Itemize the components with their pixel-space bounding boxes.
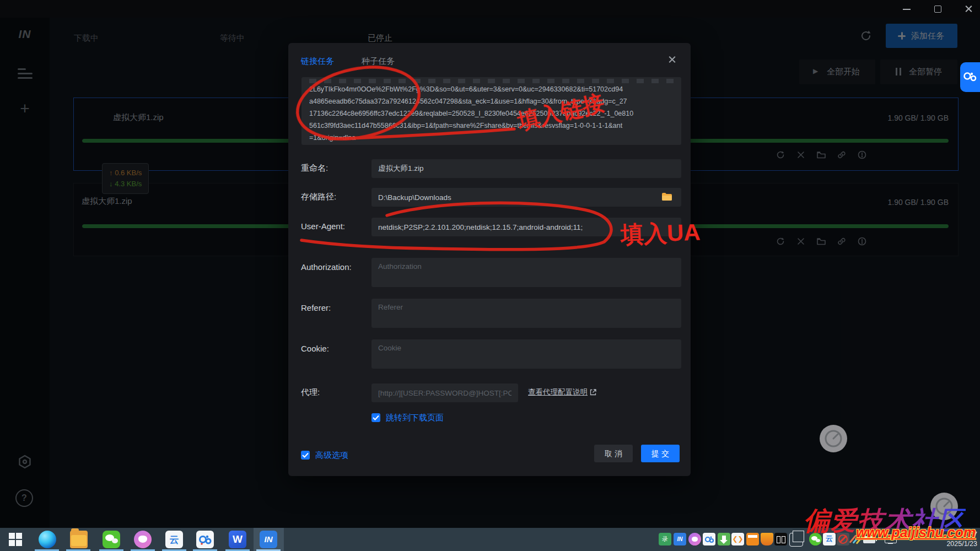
add-task-dialog: 链接任务 种子任务 2L6yTIkFko4mr0OOe%2FbWt%2Fg%3D… bbox=[288, 43, 691, 476]
proxy-input[interactable] bbox=[371, 383, 518, 402]
submit-button[interactable]: 提 交 bbox=[641, 445, 680, 462]
user-agent-input[interactable] bbox=[371, 218, 681, 236]
cat-app-icon[interactable] bbox=[134, 531, 152, 548]
external-link-icon bbox=[590, 389, 596, 397]
referer-label: Referer: bbox=[301, 303, 331, 312]
maximize-button[interactable] bbox=[928, 3, 947, 15]
tray-download-manager-icon[interactable] bbox=[718, 533, 730, 545]
taskbar: 云 W IN 录 IN ❮❯ 云 21:57 2025/1/23 bbox=[0, 528, 980, 551]
rename-input[interactable] bbox=[371, 159, 681, 178]
tray-cat-app-icon[interactable] bbox=[688, 533, 701, 545]
maximize-icon bbox=[934, 6, 941, 13]
proxy-help-link[interactable]: 查看代理配置说明 bbox=[528, 387, 596, 397]
minimize-button[interactable] bbox=[897, 3, 916, 15]
tab-link-task[interactable]: 链接任务 bbox=[301, 56, 334, 67]
proxy-label: 代理: bbox=[301, 387, 320, 398]
clipped-line bbox=[309, 79, 674, 83]
jump-to-download-checkbox[interactable] bbox=[371, 413, 380, 422]
tray-recorder-icon[interactable]: 录 bbox=[659, 533, 671, 545]
advanced-options-checkbox[interactable] bbox=[301, 451, 310, 460]
cookie-label: Cookie: bbox=[301, 344, 329, 353]
clock-time: 21:57 bbox=[946, 530, 977, 539]
cookie-input[interactable] bbox=[371, 339, 681, 369]
authorization-input[interactable] bbox=[371, 258, 681, 287]
tray-wechat-icon[interactable] bbox=[809, 533, 822, 545]
start-button[interactable] bbox=[9, 533, 22, 546]
cancel-button[interactable]: 取 消 bbox=[594, 445, 633, 462]
dialog-close-button[interactable] bbox=[666, 54, 677, 65]
baidu-netdisk-fab[interactable] bbox=[960, 62, 980, 92]
advanced-options-label[interactable]: 高级选项 bbox=[315, 450, 348, 461]
jump-to-download-label[interactable]: 跳转到下载页面 bbox=[386, 413, 444, 423]
cloud-app-icon[interactable]: 云 bbox=[165, 531, 183, 548]
tray-code-app-icon[interactable]: ❮❯ bbox=[731, 533, 744, 545]
word-icon[interactable]: W bbox=[229, 531, 246, 548]
floating-gauge-button-2[interactable] bbox=[930, 493, 958, 520]
tray-in-downloader-icon[interactable]: IN bbox=[674, 533, 686, 545]
tray-network-display-icon[interactable] bbox=[885, 534, 897, 543]
floating-gauge-button[interactable] bbox=[820, 425, 847, 452]
in-downloader-icon[interactable]: IN bbox=[260, 531, 277, 548]
rename-label: 重命名: bbox=[301, 163, 328, 174]
browse-folder-icon[interactable] bbox=[661, 192, 672, 203]
tray-cloud-app-icon[interactable]: 云 bbox=[823, 533, 836, 545]
tray-window-app-icon[interactable] bbox=[746, 533, 759, 545]
close-button[interactable] bbox=[959, 3, 978, 15]
storage-path-label: 存储路径: bbox=[301, 192, 336, 202]
tray-battery-icon[interactable] bbox=[863, 536, 875, 543]
wechat-icon[interactable] bbox=[103, 531, 120, 548]
minimize-icon bbox=[903, 9, 911, 10]
tab-torrent-task[interactable]: 种子任务 bbox=[362, 56, 395, 67]
tray-media-app-icon[interactable] bbox=[774, 533, 787, 545]
storage-path-input[interactable] bbox=[371, 188, 681, 207]
edge-browser-icon[interactable] bbox=[39, 531, 56, 548]
referer-input[interactable] bbox=[371, 299, 681, 328]
clock-date: 2025/1/23 bbox=[946, 539, 977, 549]
tray-security-shield-icon[interactable] bbox=[761, 533, 773, 545]
tray-baidu-netdisk-icon[interactable] bbox=[703, 533, 715, 545]
tray-clipboard-stack-icon[interactable] bbox=[789, 533, 803, 547]
tray-blocker-icon[interactable] bbox=[837, 533, 849, 545]
file-explorer-icon[interactable] bbox=[70, 531, 88, 548]
app-window: IN + ? 下载中 等待中 已停止 添加任务 ▶ 全部开始 全部暂停 虚拟大师… bbox=[0, 0, 980, 551]
baidu-netdisk-icon[interactable] bbox=[196, 531, 214, 548]
authorization-label: Authorization: bbox=[301, 262, 352, 272]
url-input[interactable]: 2L6yTIkFko4mr0OOe%2FbWt%2Fg%3D&so=0&ut=6… bbox=[301, 77, 681, 145]
tray-pen-tools-icon[interactable] bbox=[850, 533, 863, 545]
titlebar bbox=[0, 0, 980, 18]
taskbar-clock[interactable]: 21:57 2025/1/23 bbox=[946, 530, 977, 549]
user-agent-label: User-Agent: bbox=[301, 222, 345, 231]
